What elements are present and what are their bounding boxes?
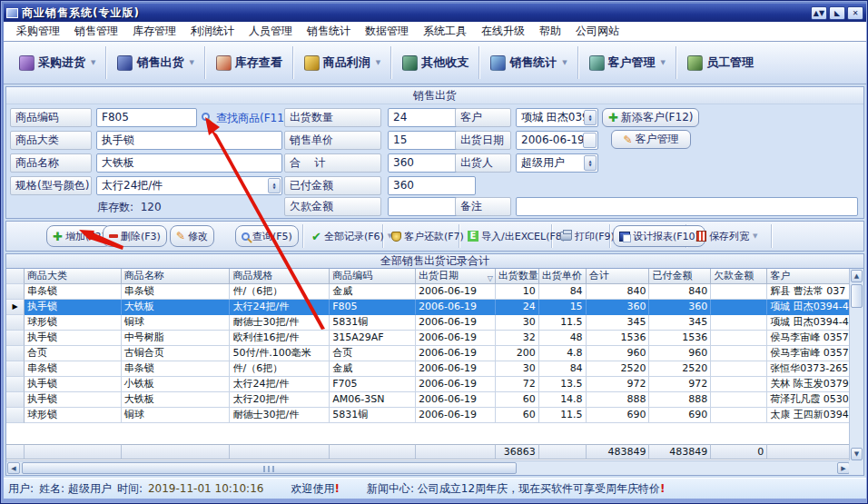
spinner-icon[interactable]: ▲▼ — [268, 178, 281, 193]
spec-combo[interactable]: 太行24把/件 ▲▼ — [96, 176, 282, 195]
table-cell: 球形锁 — [25, 315, 122, 331]
column-header-2[interactable]: 商品规格 — [230, 269, 330, 284]
horizontal-scroll-thumb[interactable] — [22, 462, 517, 474]
table-row[interactable]: 球形锁铜球耐德士30把/件5831铜2006-06-196011.5690690… — [6, 408, 851, 423]
ship-date-input[interactable]: 2006-06-19 — [516, 131, 598, 150]
toolbar-item-1[interactable]: 销售出货▼ — [111, 47, 200, 78]
scroll-down-icon[interactable]: ▼ — [851, 448, 863, 460]
table-cell: 960 — [649, 346, 711, 361]
table-cell: 2006-06-19 — [416, 284, 496, 300]
qty-label: 出货数量 — [284, 108, 381, 127]
toolbar-label: 客户管理 — [608, 54, 656, 71]
column-header-6[interactable]: 出货单价 — [539, 269, 587, 284]
column-header-7[interactable]: 合计 — [587, 269, 650, 284]
toolbar-item-6[interactable]: 客户管理▼ — [583, 47, 672, 78]
app-window: 商业销售系统(专业版) ▲▼◣✕ 采购管理销售管理库存管理利润统计人员管理销售统… — [0, 0, 868, 504]
table-cell — [711, 315, 767, 331]
table-row[interactable]: 执手锁大铁板太行20把/件AM06-3SN2006-06-196014.8888… — [6, 392, 851, 408]
toolbar-item-2[interactable]: 库存查看 — [210, 47, 289, 78]
product-name-input[interactable]: 大铁板 — [96, 153, 282, 173]
find-product-magnifier-icon[interactable] — [202, 113, 210, 121]
table-row[interactable]: 执手锁中号树脂欧利佳16把/件315A29AF2006-06-193248153… — [6, 331, 851, 346]
action-button-1[interactable]: 删除(F3) — [103, 225, 167, 247]
table-row[interactable]: 球形锁铜球耐德士30把/件5831铜2006-06-193011.5345345… — [6, 315, 851, 331]
table-row[interactable]: 串条锁串条锁件/（6把）金威2006-06-191084840840辉县 曹法常… — [6, 284, 851, 300]
toolbar-item-0[interactable]: 采购进货▼ — [13, 47, 102, 78]
menu-item-8[interactable]: 在线升级 — [474, 22, 532, 41]
table-cell: 大铁板 — [122, 300, 231, 315]
column-header-4[interactable]: 出货日期▽ — [416, 269, 496, 284]
scroll-left-icon[interactable]: ◀ — [7, 462, 20, 474]
totals-row: 368634838494838490 — [6, 444, 851, 460]
menu-item-4[interactable]: 人员管理 — [242, 22, 300, 41]
chevron-down-icon[interactable]: ▼ — [753, 232, 757, 240]
remark-input[interactable] — [516, 197, 858, 216]
menu-item-6[interactable]: 数据管理 — [358, 22, 416, 41]
chevron-down-icon[interactable]: ▼ — [661, 59, 666, 66]
action-label: 修改 — [188, 230, 208, 243]
totals-cell: 483849 — [649, 444, 711, 460]
menu-item-3[interactable]: 利润统计 — [183, 22, 242, 41]
toolbar-item-7[interactable]: 员工管理 — [681, 47, 760, 78]
chevron-down-icon[interactable]: ▼ — [562, 59, 567, 66]
totals-cell — [330, 444, 416, 460]
spinner-icon[interactable]: ▲▼ — [584, 155, 597, 171]
totals-cell: 36863 — [496, 444, 539, 460]
menu-item-10[interactable]: 公司网站 — [568, 22, 626, 41]
scroll-right-icon[interactable]: ▶ — [837, 462, 850, 474]
shrink-button[interactable]: ▲▼ — [811, 6, 827, 20]
table-row[interactable]: 执手锁小铁板太行24把/件F7052006-06-197213.5972972关… — [6, 377, 851, 392]
table-row[interactable]: 串条锁串条锁件/（6把）金威2006-06-19308425202520张恒华0… — [6, 361, 851, 377]
column-header-5[interactable]: 出货数量 — [496, 269, 539, 284]
action-label: 保存列宽 — [709, 230, 749, 243]
action-button-9[interactable]: 保存列宽▼ — [691, 225, 763, 247]
column-header-9[interactable]: 欠款金额 — [711, 269, 767, 284]
table-cell — [711, 392, 767, 408]
column-header-10[interactable]: 客户 — [767, 269, 851, 284]
menu-item-0[interactable]: 采购管理 — [9, 22, 67, 41]
action-button-2[interactable]: ✎修改 — [170, 225, 214, 247]
date-picker-icon[interactable] — [583, 133, 597, 148]
table-cell: 360 — [649, 300, 711, 315]
vertical-scrollbar[interactable]: ▲ ▼ — [849, 269, 863, 461]
customer-combo[interactable]: 项城 田杰0394-488 ▲▼ — [516, 108, 598, 127]
chevron-down-icon[interactable]: ▼ — [189, 59, 193, 66]
chevron-down-icon[interactable]: ▼ — [376, 59, 380, 66]
menu-item-7[interactable]: 系统工具 — [416, 22, 474, 41]
table-row[interactable]: 合页古铜合页50付/件.100毫米合页2006-06-192004.896096… — [6, 346, 851, 361]
column-header-0[interactable]: 商品大类 — [25, 269, 122, 284]
scroll-up-icon[interactable]: ▲ — [851, 270, 863, 282]
table-cell: 840 — [649, 284, 711, 300]
row-marker: ▶ — [6, 300, 25, 315]
category-input[interactable]: 执手锁 — [96, 131, 282, 150]
vertical-scroll-thumb[interactable] — [851, 284, 863, 308]
table-cell: 2006-06-19 — [416, 408, 496, 423]
menu-item-2[interactable]: 库存管理 — [125, 22, 183, 41]
column-header-8[interactable]: 已付金额 — [649, 269, 711, 284]
product-code-input[interactable]: F805 — [96, 108, 197, 127]
restore-button[interactable]: ◣ — [829, 6, 845, 20]
column-header-3[interactable]: 商品编码 — [330, 269, 416, 284]
totals-cell — [767, 444, 851, 460]
menu-item-1[interactable]: 销售管理 — [67, 22, 125, 41]
action-button-3[interactable]: 查询(F5) — [235, 225, 299, 247]
column-header-1[interactable]: 商品名称 — [122, 269, 231, 284]
spinner-icon[interactable]: ▲▼ — [584, 110, 597, 125]
table-row[interactable]: ▶执手锁大铁板太行24把/件F8052006-06-192415360360项城… — [6, 300, 851, 315]
horizontal-scrollbar[interactable]: ◀ ▶ — [6, 460, 851, 475]
toolbar-item-3[interactable]: 商品利润▼ — [298, 47, 387, 78]
close-button[interactable]: ✕ — [847, 6, 863, 20]
manage-customer-button[interactable]: ✎ 客户管理 — [611, 130, 691, 149]
menu-item-5[interactable]: 销售统计 — [300, 22, 358, 41]
toolbar-item-5[interactable]: 销售统计▼ — [484, 47, 573, 78]
shipper-combo[interactable]: 超级用户 ▲▼ — [516, 153, 598, 173]
chevron-down-icon[interactable]: ▼ — [91, 59, 95, 66]
toolbar-item-4[interactable]: 其他收支 — [396, 47, 475, 78]
totals-cell — [539, 444, 587, 460]
action-button-4[interactable]: ✔全部记录(F6)▼ — [306, 225, 398, 247]
menu-item-9[interactable]: 帮助 — [532, 22, 568, 41]
find-product-link[interactable]: 查找商品(F11) — [216, 111, 289, 126]
total-label: 合 计 — [284, 153, 381, 173]
add-customer-button[interactable]: ✚ 新添客户(F12) — [602, 108, 699, 127]
paid-input[interactable]: 360 — [388, 176, 476, 195]
